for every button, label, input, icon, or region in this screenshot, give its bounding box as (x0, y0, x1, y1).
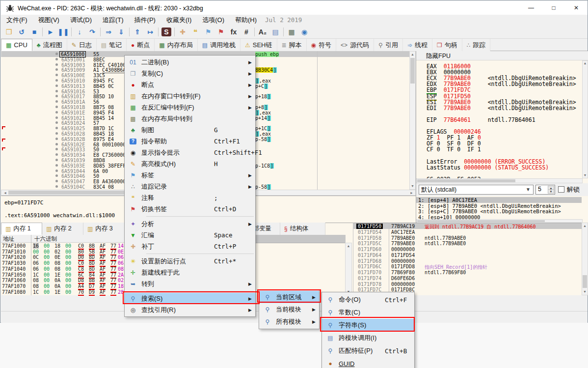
run-to-cursor-icon[interactable]: ⇒ (102, 27, 115, 37)
pause-icon[interactable]: ❚❚ (57, 27, 70, 37)
menubar-item-4[interactable]: 追踪(T) (97, 15, 129, 26)
strings-icon[interactable]: A₂ (256, 27, 269, 37)
run-icon[interactable]: ► (44, 27, 57, 37)
tab-笔记[interactable]: ▤笔记 (97, 39, 127, 51)
tab-句柄[interactable]: ❒句柄 (432, 39, 462, 51)
breakpoint-dot-icon[interactable] (55, 63, 58, 66)
close-button[interactable]: ✕ (565, 1, 588, 15)
patch-icon[interactable]: ✚ (176, 27, 189, 37)
restart-icon[interactable]: ↺ (15, 27, 28, 37)
breakpoint-dot-icon[interactable] (55, 153, 58, 156)
disasm-vscrollbar[interactable]: ▲ ▼ (409, 51, 416, 190)
menu-item-指令帮助[interactable]: ?指令帮助Ctrl+F1 (125, 136, 255, 147)
register-line[interactable]: EIP 77B64061 ntdll.77B64061 (427, 116, 535, 123)
menu-item-常数(C)[interactable]: ⚲常数(C) (322, 306, 414, 319)
menu-item-在内存窗口中转到(F)[interactable]: ▥在内存窗口中转到(F)▶ (125, 90, 255, 102)
breakpoint-dot-icon[interactable] (55, 79, 58, 82)
menu-item-二进制(B)[interactable]: 01二进制(B)▶ (125, 57, 255, 68)
run-to-user-code-icon[interactable]: ↦ (144, 27, 157, 37)
breakpoint-dot-icon[interactable] (55, 95, 58, 97)
menu-item-查找引用(R)[interactable]: ◎查找引用(R)▶ (125, 304, 255, 315)
breakpoint-dot-icon[interactable] (55, 185, 58, 188)
module-call-icon[interactable]: ▤ (269, 27, 282, 37)
menubar-item-7[interactable]: 选项(O) (197, 15, 230, 26)
constants-icon[interactable]: # (240, 27, 253, 37)
tab-符号[interactable]: ◉符号 (307, 39, 336, 51)
menu-item-所有模块[interactable]: ⚲所有模块▶ (259, 315, 319, 328)
menu-item-搜索(S)[interactable]: ⚲搜索(S)▶ (125, 293, 255, 304)
breakpoint-dot-icon[interactable] (55, 121, 58, 124)
menu-item-设置新的运行点[interactable]: ✳设置新的运行点Ctrl+* (125, 255, 255, 267)
stack-vscrollbar[interactable]: ▲ ▼ (582, 223, 588, 295)
breakpoint-dot-icon[interactable] (55, 74, 58, 76)
spinner-down-icon[interactable]: ▼ (548, 189, 554, 194)
hide-fpu-button[interactable]: 隐藏FPU (416, 51, 588, 60)
tab-线程[interactable]: ➾线程 (403, 39, 432, 51)
tab-内存-1[interactable]: ▥内存 1 (1, 223, 42, 235)
calculator-icon[interactable]: ▦ (285, 27, 298, 37)
menubar-item-6[interactable]: 收藏夹(I) (161, 15, 197, 26)
menu-item-复制(C)[interactable]: ❐复制(C)▶ (125, 68, 255, 79)
menubar-item-5[interactable]: 插件(P) (129, 15, 161, 26)
stack-row[interactable] (353, 282, 582, 287)
menu-item-补丁[interactable]: ✚补丁Ctrl+P (125, 241, 255, 252)
breakpoint-dot-icon[interactable] (55, 106, 58, 108)
register-line[interactable]: EDI 77B9ABE0 <ntdll.DbgUiRemoteBreakin> (427, 105, 576, 112)
menu-item-匹配特征(P)[interactable]: ⚲匹配特征(P)Ctrl+B (322, 344, 414, 357)
globe-icon[interactable]: ◉ (298, 27, 311, 37)
breakpoint-dot-icon[interactable] (55, 138, 58, 140)
stack-row[interactable] (353, 229, 582, 235)
breakpoint-dot-icon[interactable] (55, 53, 58, 55)
breakpoint-dot-icon[interactable] (55, 116, 58, 119)
register-line[interactable]: CF 0 TF 0 IF 1 (427, 146, 481, 153)
tab-内存-3[interactable]: ▥内存 3 (83, 223, 125, 235)
tab-日志[interactable]: ✎日志 (67, 39, 97, 51)
step-out-icon[interactable]: ⇓ (115, 27, 128, 37)
breakpoint-dot-icon[interactable] (55, 90, 58, 92)
menu-item-注释[interactable]: ❝注释; (125, 192, 255, 203)
menu-item-追踪记录[interactable]: ∴追踪记录▶ (125, 181, 255, 192)
breakpoint-dot-icon[interactable] (55, 85, 58, 87)
maximize-button[interactable]: □ (542, 1, 565, 15)
stack-row[interactable] (353, 276, 582, 282)
calling-convention-dropdown[interactable]: 默认 (stdcall)▼ (419, 185, 534, 195)
step-into-icon[interactable]: ↓ (73, 27, 86, 37)
tab-调用堆栈[interactable]: ▤调用堆栈 (198, 39, 241, 51)
tab-引用[interactable]: ⚲引用 (374, 39, 403, 51)
menu-item-断点[interactable]: ●断点▶ (125, 79, 255, 90)
breakpoint-dot-icon[interactable] (55, 132, 58, 135)
menu-item-切换书签[interactable]: ⚑切换书签Ctrl+D (125, 203, 255, 215)
stack-row[interactable] (353, 235, 582, 241)
scylla-icon[interactable]: S (161, 28, 171, 36)
menubar-item-8[interactable]: 帮助(H) (230, 15, 262, 26)
menu-item-在内存布局中转到[interactable]: ▩在内存布局中转到 (125, 113, 255, 124)
menu-item-在反汇编中转到(F)[interactable]: ▦在反汇编中转到(F)▶ (125, 102, 255, 113)
breakpoint-dot-icon[interactable] (55, 127, 58, 129)
tab-SEH链[interactable]: ⚠SEH链 (241, 39, 277, 51)
tab-内存-2[interactable]: ▥内存 2 (42, 223, 83, 235)
menu-item-制图[interactable]: ♣制图G (125, 124, 255, 136)
menu-item-新建线程于此[interactable]: ✛新建线程于此 (125, 267, 255, 278)
breakpoint-dot-icon[interactable] (55, 164, 58, 167)
labels-icon[interactable]: ⚑ (202, 27, 214, 37)
menu-item-显示指令提示[interactable]: ◉显示指令提示Ctrl+Shift+F1 (125, 147, 255, 158)
breakpoint-dot-icon[interactable] (55, 68, 58, 71)
menu-item-GUID[interactable]: ●GUID (322, 357, 414, 368)
tab-断点[interactable]: ●断点 (127, 39, 155, 51)
breakpoint-dot-icon[interactable] (55, 170, 58, 172)
stack-row[interactable] (353, 270, 582, 276)
register-line[interactable]: LastStatus 00000000 (STATUS_SUCCESS) (427, 164, 549, 171)
menu-item-标签[interactable]: ⚑标签▶ (125, 170, 255, 181)
tab-CPU[interactable]: ▦CPU (1, 39, 32, 51)
menubar-item-3[interactable]: 调试(D) (65, 15, 97, 26)
tab-内存布局[interactable]: ▦内存布局 (155, 39, 197, 51)
menu-item-分析[interactable]: ✦分析▶ (125, 218, 255, 229)
call-argument-row[interactable]: 2: [esp+8] 77B9ABE0 <ntdll.DbgUiRemoteBr… (416, 203, 582, 209)
breakpoint-dot-icon[interactable] (55, 159, 58, 161)
step-over-icon[interactable]: ↷ (86, 27, 99, 37)
execute-till-return-icon[interactable]: ⇑ (131, 27, 144, 37)
stack-row[interactable] (353, 258, 582, 264)
call-argument-row[interactable]: 3: [esp+C] 77B9ABE0 <ntdll.DbgUiRemoteBr… (416, 208, 582, 214)
call-argument-row[interactable]: 1: [esp+4] A0C17EEA (416, 197, 582, 203)
stack-row[interactable] (353, 253, 582, 258)
